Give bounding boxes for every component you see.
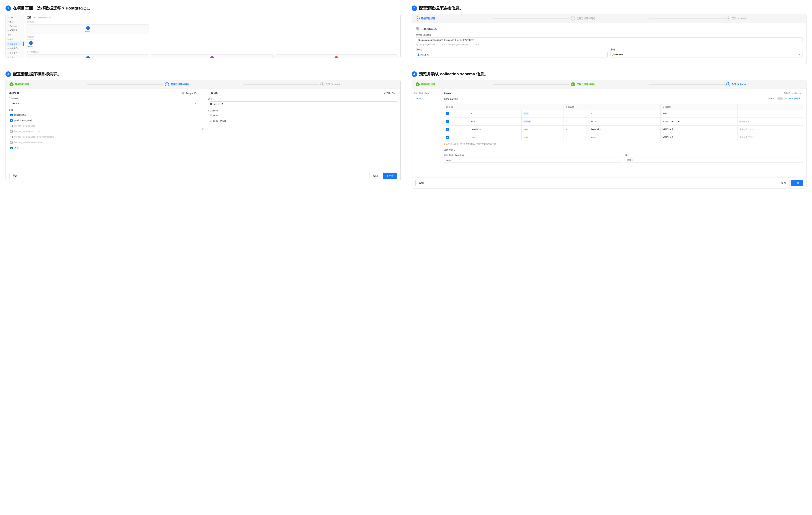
step3-cancel-button[interactable]: 取消: [9, 173, 21, 179]
schema-main: items 数据源: public.items Schema 预览 Auto I…: [441, 89, 806, 176]
cluster-label: 集群: [208, 97, 397, 100]
target-name-1[interactable]: [587, 118, 661, 125]
source-badge: 🐘 PostgreSQL: [182, 92, 198, 95]
sidebar-migration[interactable]: 数据迁移: [6, 41, 24, 46]
target-name-3[interactable]: [587, 134, 661, 141]
check-2[interactable]: ✓: [446, 128, 449, 131]
endpoint-input[interactable]: [415, 37, 803, 43]
wizard-step-1-s2: ✓ 连接至数据源: [415, 17, 492, 21]
step3-back-button[interactable]: 返回: [370, 173, 381, 179]
step2-wizard-bar: ✓ 连接至数据源 2 选择迁移源和目标 3 配置 Schema: [412, 14, 807, 23]
check-3[interactable]: ✓: [446, 136, 449, 139]
coll-item-items[interactable]: items: [414, 96, 439, 101]
sidebar-params[interactable]: 参数: [6, 37, 24, 41]
sidebar-mini: 📁 test ≡ 集群 Pipeline API 密钥 管理 参数 数据迁移 任…: [6, 14, 24, 58]
wizard-step-circle-2-s2: 2: [571, 17, 575, 21]
schema-top: items 数据源: public.items: [444, 92, 803, 95]
endpoint-label: 数据库 Endpoint: [415, 33, 803, 37]
schema-map-link[interactable]: Schema 映射表 ↗: [785, 97, 803, 100]
schema-row-1: ✓ vector vector → FLOAT_VECTOR 向量维度 8: [444, 118, 803, 125]
table-check-0[interactable]: [10, 114, 12, 116]
check-0[interactable]: ✓: [446, 112, 449, 115]
target-name-0[interactable]: [587, 110, 661, 118]
wizard-step-circle-3-s3: 3: [320, 82, 324, 86]
step4-panel: ✓ 连接至数据源 ✓ 选择迁移源和目标 3 配置 Schema: [412, 80, 807, 189]
schema-source-label: 数据源: public.items: [784, 92, 803, 95]
section-3-title: 3 配置源数据库和目标集群。: [5, 71, 401, 77]
step4-wizard-bar: ✓ 连接至数据源 ✓ 选择迁移源和目标 3 配置 Schema: [412, 80, 807, 89]
step3-next-button[interactable]: 下一步: [383, 173, 397, 179]
step-badge-4: 4: [412, 71, 417, 77]
table-check-3[interactable]: [10, 130, 12, 133]
section-4: 4 预览并确认 collection schema 信息。 ✓ 连接至数据源 ✓…: [412, 71, 807, 189]
password-field-wrapper: 🔑 👁: [610, 52, 803, 57]
password-input[interactable]: [610, 52, 803, 57]
config-panel: 迁移来源 🐘 PostgreSQL Database postgres: [6, 89, 400, 169]
db-label: Database: [9, 97, 198, 100]
table-list: public.items public.items_invalid fivetr…: [9, 113, 198, 151]
migration-header: 迁移 Zilliz Cloud 数据库迁移: [27, 16, 398, 19]
table-check-2[interactable]: [10, 125, 12, 127]
source-qdrant[interactable]: 🔴Qdrant: [275, 54, 398, 58]
target-form-row: 目标 Collection 名称 描述: [444, 154, 803, 163]
table-check-5[interactable]: [10, 141, 12, 144]
sidebar-network[interactable]: 网络: [6, 55, 24, 58]
section-3: 3 配置源数据库和目标集群。 ✓ 连接至数据源 2 选择迁移源和目标 3 配置 …: [5, 71, 401, 189]
endpoint-hint: Eg. jdbc:postgresql://<ip>:<port>/ or jd…: [415, 44, 803, 46]
collection-label: Collection: [208, 110, 397, 112]
target-collection-form: 目标 Collection 名称 描述: [444, 154, 803, 163]
sidebar-pipeline[interactable]: Pipeline: [6, 24, 24, 28]
table-item-1: public.items_invalid: [9, 118, 198, 123]
source-target-arrow: »: [201, 127, 205, 131]
wizard-step-1-s4: ✓ 连接至数据源: [415, 82, 492, 86]
sidebar-cluster[interactable]: 集群: [6, 20, 24, 24]
section-2: 2 配置源数据库连接信息。 ✓ 连接至数据源 2 选择迁移源和目标 3 配置 S…: [412, 5, 807, 64]
coll-header: 目标 Collection 1: [414, 92, 439, 95]
wizard-step-3-s2: 3 配置 Schema: [726, 17, 803, 21]
sidebar-users[interactable]: 项目用户: [6, 51, 24, 55]
advanced-toggle[interactable]: 高级设置 ∨: [444, 148, 803, 151]
zilliz-star-icon: ✦: [384, 92, 386, 95]
target-name-2[interactable]: [587, 125, 661, 134]
eye-icon[interactable]: 👁: [799, 53, 801, 56]
auto-id-toggle[interactable]: [777, 97, 783, 100]
source-milvus-org[interactable]: 🔵 Milvus: [27, 24, 149, 34]
table-check-1[interactable]: [10, 119, 12, 122]
table-check-4[interactable]: [10, 136, 12, 138]
collection-item-0: ☰ items: [208, 113, 397, 118]
source-field-2: description: [469, 125, 522, 134]
table-item-5: fivetran_metadata.destination: [9, 140, 198, 145]
source-pinecone[interactable]: 🟣Pinecone: [151, 54, 273, 58]
step4-migrate-button[interactable]: 迁移: [791, 180, 803, 186]
info-icon: ℹ: [444, 143, 445, 145]
schema-options: Auto ID Schema 映射表 ↗: [768, 97, 803, 100]
cluster-select-wrapper: Dedicated-01: [208, 102, 397, 107]
pg-name-label: PostgreSQL: [422, 27, 438, 30]
step4-back-button[interactable]: 返回: [778, 180, 789, 186]
source-milvus-ext[interactable]: 🔵Milvus: [27, 39, 35, 49]
sidebar-task[interactable]: 任务中心: [6, 46, 24, 51]
cluster-group: 集群 Dedicated-01: [208, 97, 397, 107]
target-coll-name-label: 目标 Collection 名称: [444, 154, 622, 157]
wizard-step-circle-2-s4: ✓: [571, 82, 575, 86]
username-input[interactable]: [415, 52, 608, 57]
check-1[interactable]: ✓: [446, 120, 449, 123]
db-select[interactable]: postgres: [9, 101, 198, 106]
target-coll-name-input[interactable]: [444, 158, 622, 163]
sidebar-apikey[interactable]: API 密钥: [6, 28, 24, 33]
sidebar-project[interactable]: 📁 test ≡: [6, 16, 24, 20]
wizard-step-circle-1-s2: ✓: [415, 17, 419, 21]
cluster-select[interactable]: Dedicated-01: [208, 102, 397, 107]
description-input[interactable]: [625, 158, 803, 163]
source-col-header: 迁移来源 🐘 PostgreSQL: [9, 92, 198, 95]
schema-row-0: ✓ id int4 → INT32: [444, 110, 803, 118]
step4-cancel-button[interactable]: 取消: [415, 180, 427, 186]
wizard-div-1-s3: [87, 84, 164, 85]
th-field-type: 字段类型: [661, 104, 737, 110]
arrow-3: →: [563, 134, 587, 141]
table-check-all[interactable]: [10, 147, 12, 149]
source-milvus-ai[interactable]: 🔵Milvus: [27, 54, 149, 58]
source-column: 迁移来源 🐘 PostgreSQL Database postgres: [6, 89, 201, 169]
step-badge-3: 3: [5, 71, 11, 77]
th-field-name: 字段名称: [563, 104, 661, 110]
